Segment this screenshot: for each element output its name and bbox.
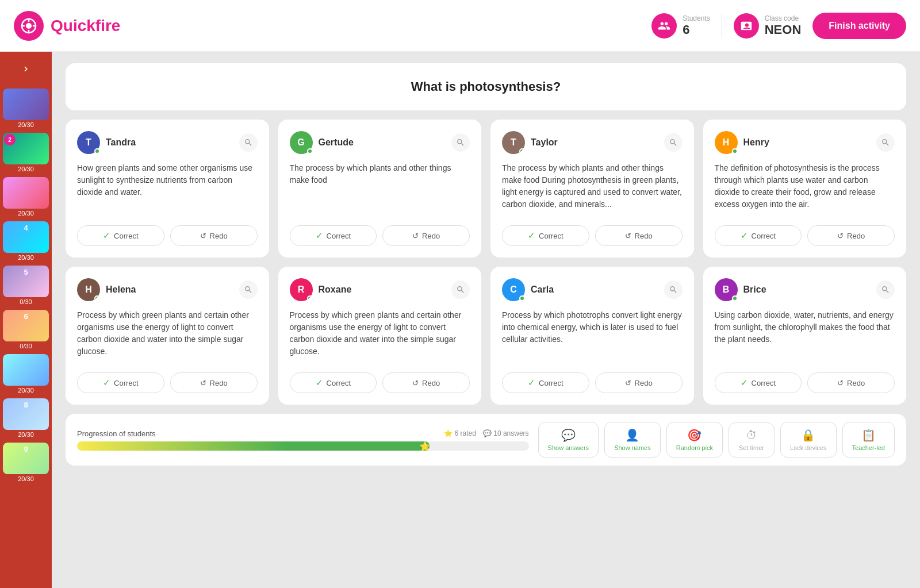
correct-btn-4[interactable]: ✓ Correct <box>715 225 802 246</box>
correct-btn-6[interactable]: ✓ Correct <box>290 372 377 393</box>
svg-point-1 <box>26 23 32 29</box>
zoom-icon-4[interactable] <box>876 133 895 152</box>
redo-btn-1[interactable]: ↺ Redo <box>170 225 258 246</box>
sidebar-thumb-6: 6 <box>3 310 49 341</box>
redo-btn-4[interactable]: ↺ Redo <box>807 225 895 246</box>
app-title: Quickfire <box>51 17 120 35</box>
sidebar-score-9: 20/30 <box>3 475 49 482</box>
online-dot-1 <box>94 148 100 154</box>
correct-btn-5[interactable]: ✓ Correct <box>77 372 164 393</box>
zoom-icon-3[interactable] <box>664 133 683 152</box>
action-btn-lock-devices[interactable]: 🔒 Lock devices <box>780 422 837 458</box>
correct-btn-7[interactable]: ✓ Correct <box>502 372 589 393</box>
correct-label-1: Correct <box>114 232 139 240</box>
online-dot-6 <box>307 295 313 301</box>
check-icon-4: ✓ <box>741 230 748 241</box>
action-icon-0: 💬 <box>561 428 576 442</box>
check-icon-7: ✓ <box>528 378 535 388</box>
sidebar-num-6: 6 <box>3 310 49 322</box>
sidebar-toggle[interactable] <box>0 52 52 86</box>
redo-btn-3[interactable]: ↺ Redo <box>595 225 683 246</box>
answer-actions-7: ✓ Correct ↺ Redo <box>502 372 683 393</box>
students-count: 6 <box>683 22 710 37</box>
action-btn-set-timer[interactable]: ⏱ Set timer <box>729 422 775 458</box>
sidebar-score-3: 20/30 <box>3 210 49 217</box>
action-label-3: Set timer <box>739 444 764 451</box>
action-btn-show-answers[interactable]: 💬 Show answers <box>538 422 599 458</box>
sidebar-num-9: 9 <box>3 443 49 455</box>
action-label-1: Show names <box>614 444 651 451</box>
action-buttons: 💬 Show answers 👤 Show names 🎯 Random pic… <box>538 422 895 458</box>
sidebar-item-6[interactable]: 6 0/30 <box>3 310 49 352</box>
sidebar-thumb-3 <box>3 177 49 209</box>
sidebar-num-8: 8 <box>3 398 49 410</box>
answer-card-1: T Tandra How green plants and some other… <box>66 120 269 258</box>
redo-icon-2: ↺ <box>412 232 419 240</box>
sidebar-item-4[interactable]: 4 20/30 <box>3 221 49 263</box>
answer-text-5: Process by which green plants and certai… <box>77 309 258 363</box>
redo-icon-1: ↺ <box>200 232 206 240</box>
zoom-icon-2[interactable] <box>451 133 470 152</box>
redo-label-8: Redo <box>847 379 865 387</box>
online-dot-7 <box>519 295 525 301</box>
correct-btn-1[interactable]: ✓ Correct <box>77 225 164 246</box>
sidebar-item-2[interactable]: 2 20/30 <box>3 133 49 175</box>
sidebar-score-7: 20/30 <box>3 387 49 394</box>
redo-btn-7[interactable]: ↺ Redo <box>595 372 683 393</box>
check-icon-3: ✓ <box>528 230 535 241</box>
sidebar-item-1[interactable]: 20/30 <box>3 89 49 130</box>
sidebar-item-8[interactable]: 8 20/30 <box>3 398 49 440</box>
zoom-icon-6[interactable] <box>451 280 470 299</box>
zoom-icon-5[interactable] <box>239 280 258 299</box>
redo-btn-2[interactable]: ↺ Redo <box>382 225 470 246</box>
student-info-8: B Brice <box>715 278 766 301</box>
answer-header-7: C Carla <box>502 278 683 301</box>
redo-btn-5[interactable]: ↺ Redo <box>170 372 258 393</box>
student-info-2: G Gertude <box>290 131 354 154</box>
header: Quickfire Students 6 Class code NE <box>0 0 920 52</box>
answer-header-8: B Brice <box>715 278 895 301</box>
answer-header-6: R Roxane <box>290 278 470 301</box>
correct-label-4: Correct <box>752 232 776 240</box>
sidebar-item-9[interactable]: 9 20/30 <box>3 443 49 485</box>
sidebar-score-4: 20/30 <box>3 254 49 261</box>
redo-label-2: Redo <box>422 232 440 240</box>
action-btn-teacher-led[interactable]: 📋 Teacher-led <box>842 422 895 458</box>
action-btn-show-names[interactable]: 👤 Show names <box>604 422 661 458</box>
answer-text-6: Process by which green plants and certai… <box>290 309 470 363</box>
answer-card-7: C Carla Process by which phototrophs con… <box>490 267 694 405</box>
divider <box>722 14 722 37</box>
class-code-label: Class code <box>765 14 802 22</box>
progression-meta: ⭐ 6 rated 💬 10 answers <box>444 429 528 437</box>
sidebar-thumb-5: 5 <box>3 266 49 297</box>
sidebar: 20/30 2 20/30 20/30 4 20/30 5 0/30 6 0/3… <box>0 52 52 588</box>
correct-label-8: Correct <box>752 379 776 387</box>
redo-label-3: Redo <box>635 232 653 240</box>
answer-actions-6: ✓ Correct ↺ Redo <box>290 372 470 393</box>
action-btn-random-pick[interactable]: 🎯 Random pick <box>666 422 723 458</box>
zoom-icon-1[interactable] <box>239 133 258 152</box>
answer-card-4: H Henry The definition of photosynthesis… <box>703 120 907 258</box>
online-dot-3 <box>519 148 525 154</box>
answer-actions-2: ✓ Correct ↺ Redo <box>290 225 470 246</box>
student-name-2: Gertude <box>319 137 354 148</box>
sidebar-item-7[interactable]: 20/30 <box>3 354 49 396</box>
zoom-icon-8[interactable] <box>876 280 895 299</box>
correct-btn-3[interactable]: ✓ Correct <box>502 225 589 246</box>
redo-label-4: Redo <box>847 232 865 240</box>
sidebar-score-5: 0/30 <box>3 298 49 305</box>
students-label: Students <box>683 14 710 22</box>
redo-btn-6[interactable]: ↺ Redo <box>382 372 470 393</box>
finish-activity-button[interactable]: Finish activity <box>812 13 906 39</box>
correct-btn-2[interactable]: ✓ Correct <box>290 225 377 246</box>
correct-btn-8[interactable]: ✓ Correct <box>715 372 802 393</box>
avatar-6: R <box>290 278 313 301</box>
sidebar-item-3[interactable]: 20/30 <box>3 177 49 219</box>
students-text: Students 6 <box>683 14 710 37</box>
student-name-7: Carla <box>531 285 554 295</box>
redo-icon-5: ↺ <box>200 379 206 387</box>
answers-count: 💬 10 answers <box>483 429 529 437</box>
sidebar-item-5[interactable]: 5 0/30 <box>3 266 49 308</box>
zoom-icon-7[interactable] <box>664 280 683 299</box>
redo-btn-8[interactable]: ↺ Redo <box>807 372 895 393</box>
